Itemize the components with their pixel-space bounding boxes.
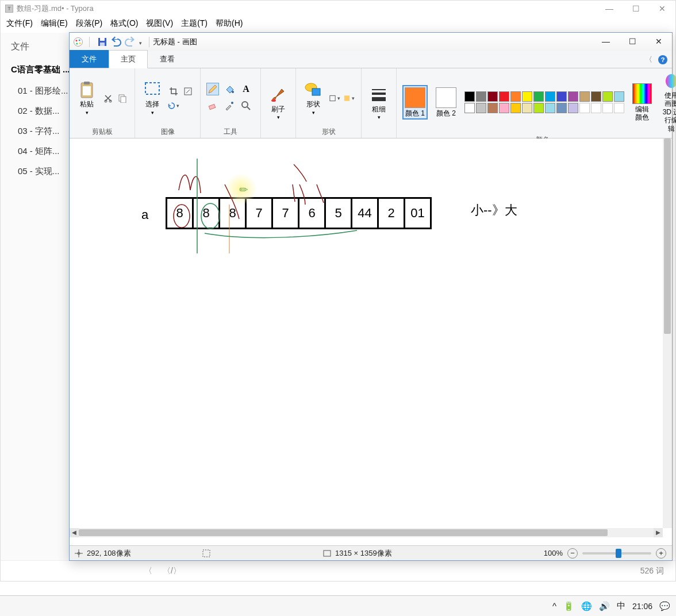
rotate-icon[interactable] <box>167 99 180 112</box>
battery-icon[interactable]: 🔋 <box>563 601 574 611</box>
selection-size-icon <box>202 549 211 558</box>
color-swatch[interactable] <box>579 91 590 102</box>
help-icon[interactable]: ? <box>658 55 667 64</box>
menu-file[interactable]: 文件(F) <box>6 18 33 29</box>
tab-file[interactable]: 文件 <box>70 50 109 68</box>
svg-rect-25 <box>344 95 349 101</box>
color-swatch[interactable] <box>499 103 509 113</box>
zoom-slider[interactable] <box>582 552 651 555</box>
svg-rect-24 <box>330 95 335 101</box>
color-swatch[interactable] <box>556 91 567 102</box>
color-swatch[interactable] <box>545 103 555 113</box>
color-swatch[interactable] <box>602 103 613 113</box>
vertical-scrollbar[interactable] <box>663 138 672 528</box>
ribbon-collapse-icon[interactable]: 〈 <box>645 55 652 65</box>
cut-icon[interactable] <box>102 92 114 105</box>
svg-point-20 <box>242 102 248 107</box>
sort-direction-label: 小--》大 <box>471 202 517 219</box>
color-swatch[interactable] <box>568 103 578 113</box>
eraser-tool-icon[interactable] <box>206 99 219 112</box>
copy-icon[interactable] <box>116 92 129 105</box>
color-swatch[interactable] <box>568 91 578 102</box>
menu-format[interactable]: 格式(O) <box>110 18 138 29</box>
tray-chevron-icon[interactable]: ^ <box>552 601 556 611</box>
color-swatch[interactable] <box>522 91 532 102</box>
fill-tool-icon[interactable] <box>223 83 236 95</box>
typora-close-button[interactable]: ✕ <box>649 1 675 17</box>
select-button[interactable]: 选择 ▾ <box>141 79 164 117</box>
ime-indicator[interactable]: 中 <box>617 600 625 611</box>
zoom-in-button[interactable]: + <box>656 548 666 559</box>
canvas[interactable]: a 888776544201 小--》大 ✎ <box>70 138 663 528</box>
undo-icon[interactable] <box>110 36 122 48</box>
magnifier-tool-icon[interactable] <box>240 99 252 112</box>
color-swatch[interactable] <box>602 91 613 102</box>
qat-dropdown[interactable] <box>138 38 142 47</box>
menu-edit[interactable]: 编辑(E) <box>41 18 68 29</box>
color-swatch[interactable] <box>476 103 486 113</box>
color-swatch[interactable] <box>545 91 555 102</box>
color-swatch[interactable] <box>522 103 532 113</box>
network-icon[interactable]: 🌐 <box>581 601 592 611</box>
tab-view[interactable]: 查看 <box>148 50 187 68</box>
color-swatch[interactable] <box>510 91 521 102</box>
eyedropper-tool-icon[interactable] <box>223 99 236 112</box>
color-swatch[interactable] <box>487 103 498 113</box>
color-swatch[interactable] <box>591 103 601 113</box>
resize-icon[interactable] <box>182 85 194 98</box>
shape-outline-icon[interactable] <box>328 92 341 105</box>
typora-maximize-button[interactable]: ☐ <box>623 1 649 17</box>
color-swatch[interactable] <box>499 91 509 102</box>
typora-nav-code[interactable]: 〈/〉 <box>163 566 181 576</box>
paste-button[interactable]: 粘贴 ▾ <box>75 79 98 117</box>
typora-nav-back[interactable]: 〈 <box>144 566 152 576</box>
text-tool-icon[interactable]: A <box>240 83 252 95</box>
color-swatch[interactable] <box>533 91 544 102</box>
zoom-out-button[interactable]: − <box>567 548 578 559</box>
typora-app-icon: T <box>5 5 13 13</box>
paint-close-button[interactable]: ✕ <box>646 33 672 50</box>
color-swatch[interactable] <box>614 91 624 102</box>
paint-minimize-button[interactable]: — <box>593 33 619 50</box>
color-swatch[interactable] <box>533 103 544 113</box>
tab-home[interactable]: 主页 <box>109 50 148 68</box>
typora-menubar: 文件(F) 编辑(E) 段落(P) 格式(O) 视图(V) 主题(T) 帮助(H… <box>1 17 675 30</box>
color-swatch[interactable] <box>487 91 498 102</box>
clock[interactable]: 21:06 <box>632 602 652 611</box>
shape-fill-icon[interactable] <box>343 92 355 105</box>
pencil-tool-icon[interactable] <box>206 83 219 95</box>
redo-icon[interactable] <box>124 36 136 48</box>
color-palette <box>464 91 624 113</box>
color-swatch[interactable] <box>614 103 624 113</box>
paint-titlebar[interactable]: 无标题 - 画图 — ☐ ✕ <box>70 33 672 51</box>
crop-icon[interactable] <box>167 85 180 98</box>
horizontal-scrollbar[interactable]: ◄► <box>70 528 663 537</box>
menu-view[interactable]: 视图(V) <box>146 18 173 29</box>
color-swatch[interactable] <box>464 103 475 113</box>
notification-icon[interactable]: 💬 <box>659 601 670 611</box>
color-swatch[interactable] <box>579 103 590 113</box>
color-swatch[interactable] <box>591 91 601 102</box>
color-swatch[interactable] <box>476 91 486 102</box>
menu-help[interactable]: 帮助(H) <box>216 18 243 29</box>
edit-colors-button[interactable]: 编辑颜色 <box>630 82 654 123</box>
color-swatch[interactable] <box>556 103 567 113</box>
color-swatch[interactable] <box>464 91 475 102</box>
menu-theme[interactable]: 主题(T) <box>181 18 208 29</box>
shapes-button[interactable]: 形状 ▾ <box>302 79 325 117</box>
typora-minimize-button[interactable]: — <box>596 1 623 17</box>
paint-maximize-button[interactable]: ☐ <box>619 33 646 50</box>
size-button[interactable]: 粗细 ▾ <box>367 84 390 122</box>
color-swatch[interactable] <box>510 103 521 113</box>
color1-button[interactable]: 颜色 1 <box>402 85 428 120</box>
color2-button[interactable]: 颜色 2 <box>433 86 459 118</box>
menu-paragraph[interactable]: 段落(P) <box>76 18 103 29</box>
volume-icon[interactable]: 🔊 <box>599 601 610 611</box>
svg-point-19 <box>231 102 233 104</box>
paint3d-button[interactable]: 使用画图 3D 进行编辑 <box>660 71 676 134</box>
brushes-button[interactable]: 刷子 ▾ <box>267 84 290 122</box>
save-icon[interactable] <box>97 36 108 48</box>
paint-app-icon <box>73 37 83 47</box>
group-shapes: 形状 ▾ 形状 <box>296 68 362 138</box>
svg-point-1 <box>76 40 78 41</box>
